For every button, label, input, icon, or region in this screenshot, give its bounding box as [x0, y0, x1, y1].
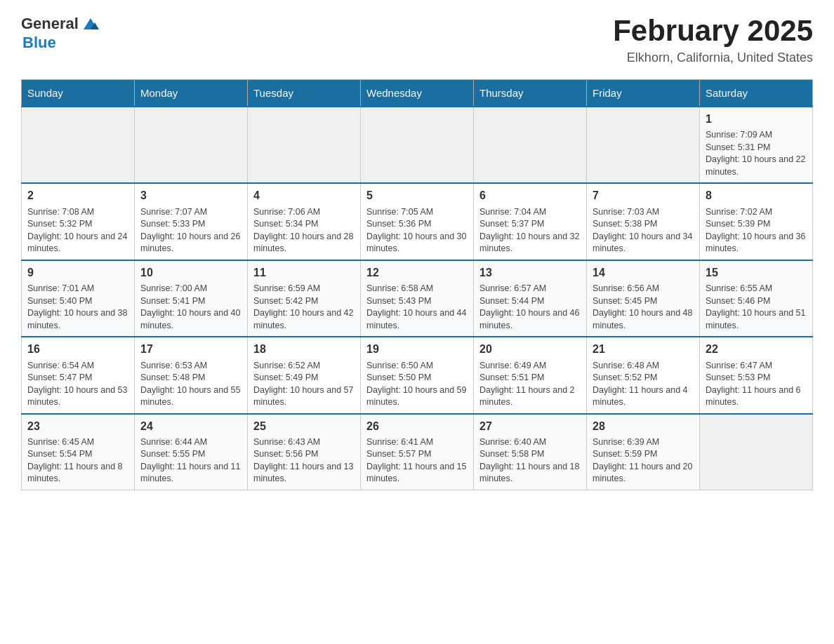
day-info-14: Sunrise: 6:56 AM Sunset: 5:45 PM Dayligh…	[593, 283, 694, 332]
day-info-26: Sunrise: 6:41 AM Sunset: 5:57 PM Dayligh…	[366, 436, 468, 485]
day-number-26: 26	[366, 419, 468, 434]
day-info-15: Sunrise: 6:55 AM Sunset: 5:46 PM Dayligh…	[706, 283, 807, 332]
day-info-4: Sunrise: 7:06 AM Sunset: 5:34 PM Dayligh…	[253, 206, 355, 255]
col-monday: Monday	[135, 80, 248, 107]
day-info-22: Sunrise: 6:47 AM Sunset: 5:53 PM Dayligh…	[706, 360, 807, 409]
week-row-3: 9Sunrise: 7:01 AM Sunset: 5:40 PM Daylig…	[22, 260, 813, 337]
week-row-2: 2Sunrise: 7:08 AM Sunset: 5:32 PM Daylig…	[22, 183, 813, 260]
calendar-cell-w2-d6: 7Sunrise: 7:03 AM Sunset: 5:38 PM Daylig…	[587, 183, 700, 260]
calendar-cell-w3-d2: 10Sunrise: 7:00 AM Sunset: 5:41 PM Dayli…	[135, 260, 248, 337]
day-info-21: Sunrise: 6:48 AM Sunset: 5:52 PM Dayligh…	[593, 360, 694, 409]
calendar-cell-w5-d5: 27Sunrise: 6:40 AM Sunset: 5:58 PM Dayli…	[474, 414, 587, 490]
day-info-17: Sunrise: 6:53 AM Sunset: 5:48 PM Dayligh…	[140, 360, 241, 409]
calendar-cell-w1-d7: 1Sunrise: 7:09 AM Sunset: 5:31 PM Daylig…	[700, 107, 813, 183]
calendar-subtitle: Elkhorn, California, United States	[613, 51, 813, 65]
day-number-16: 16	[27, 342, 128, 357]
day-number-11: 11	[253, 265, 355, 281]
day-info-11: Sunrise: 6:59 AM Sunset: 5:42 PM Dayligh…	[253, 283, 355, 332]
calendar-cell-w1-d6	[587, 107, 700, 183]
day-number-25: 25	[253, 419, 355, 434]
calendar-cell-w2-d5: 6Sunrise: 7:04 AM Sunset: 5:37 PM Daylig…	[474, 183, 587, 260]
day-info-20: Sunrise: 6:49 AM Sunset: 5:51 PM Dayligh…	[479, 360, 581, 409]
calendar-cell-w2-d4: 5Sunrise: 7:05 AM Sunset: 5:36 PM Daylig…	[361, 183, 474, 260]
calendar-cell-w5-d7	[700, 414, 813, 490]
calendar-cell-w4-d1: 16Sunrise: 6:54 AM Sunset: 5:47 PM Dayli…	[22, 337, 135, 413]
calendar-cell-w1-d2	[135, 107, 248, 183]
calendar-cell-w1-d4	[361, 107, 474, 183]
day-number-9: 9	[27, 265, 128, 281]
calendar-cell-w5-d6: 28Sunrise: 6:39 AM Sunset: 5:59 PM Dayli…	[587, 414, 700, 490]
day-info-23: Sunrise: 6:45 AM Sunset: 5:54 PM Dayligh…	[27, 436, 128, 485]
day-info-1: Sunrise: 7:09 AM Sunset: 5:31 PM Dayligh…	[706, 129, 807, 178]
calendar-cell-w5-d2: 24Sunrise: 6:44 AM Sunset: 5:55 PM Dayli…	[135, 414, 248, 490]
calendar-cell-w2-d3: 4Sunrise: 7:06 AM Sunset: 5:34 PM Daylig…	[248, 183, 361, 260]
day-info-28: Sunrise: 6:39 AM Sunset: 5:59 PM Dayligh…	[593, 436, 694, 485]
calendar-cell-w4-d2: 17Sunrise: 6:53 AM Sunset: 5:48 PM Dayli…	[135, 337, 248, 413]
day-number-15: 15	[706, 265, 807, 281]
logo: General Blue	[21, 14, 100, 52]
calendar-cell-w3-d1: 9Sunrise: 7:01 AM Sunset: 5:40 PM Daylig…	[22, 260, 135, 337]
calendar-cell-w1-d3	[248, 107, 361, 183]
day-number-22: 22	[706, 342, 807, 357]
day-number-28: 28	[593, 419, 694, 434]
calendar-header-row: Sunday Monday Tuesday Wednesday Thursday…	[22, 80, 813, 107]
day-info-6: Sunrise: 7:04 AM Sunset: 5:37 PM Dayligh…	[479, 206, 581, 255]
col-wednesday: Wednesday	[361, 80, 474, 107]
page-header: General Blue February 2025 Elkhorn, Cali…	[21, 14, 813, 65]
day-number-27: 27	[479, 419, 581, 434]
calendar-cell-w1-d1	[22, 107, 135, 183]
day-info-10: Sunrise: 7:00 AM Sunset: 5:41 PM Dayligh…	[140, 283, 241, 332]
day-info-27: Sunrise: 6:40 AM Sunset: 5:58 PM Dayligh…	[479, 436, 581, 485]
day-number-23: 23	[27, 419, 128, 434]
day-info-13: Sunrise: 6:57 AM Sunset: 5:44 PM Dayligh…	[479, 283, 581, 332]
day-info-18: Sunrise: 6:52 AM Sunset: 5:49 PM Dayligh…	[253, 360, 355, 409]
calendar-cell-w4-d7: 22Sunrise: 6:47 AM Sunset: 5:53 PM Dayli…	[700, 337, 813, 413]
calendar-cell-w3-d4: 12Sunrise: 6:58 AM Sunset: 5:43 PM Dayli…	[361, 260, 474, 337]
calendar-title: February 2025	[613, 14, 813, 48]
logo-general-text: General	[21, 15, 79, 33]
day-number-18: 18	[253, 342, 355, 357]
calendar-cell-w3-d5: 13Sunrise: 6:57 AM Sunset: 5:44 PM Dayli…	[474, 260, 587, 337]
day-number-8: 8	[706, 188, 807, 203]
day-number-13: 13	[479, 265, 581, 281]
calendar-cell-w4-d6: 21Sunrise: 6:48 AM Sunset: 5:52 PM Dayli…	[587, 337, 700, 413]
day-info-25: Sunrise: 6:43 AM Sunset: 5:56 PM Dayligh…	[253, 436, 355, 485]
calendar-cell-w4-d3: 18Sunrise: 6:52 AM Sunset: 5:49 PM Dayli…	[248, 337, 361, 413]
day-info-16: Sunrise: 6:54 AM Sunset: 5:47 PM Dayligh…	[27, 360, 128, 409]
calendar-cell-w5-d3: 25Sunrise: 6:43 AM Sunset: 5:56 PM Dayli…	[248, 414, 361, 490]
day-number-12: 12	[366, 265, 468, 281]
day-info-12: Sunrise: 6:58 AM Sunset: 5:43 PM Dayligh…	[366, 283, 468, 332]
day-number-24: 24	[140, 419, 241, 434]
calendar-cell-w2-d1: 2Sunrise: 7:08 AM Sunset: 5:32 PM Daylig…	[22, 183, 135, 260]
day-info-2: Sunrise: 7:08 AM Sunset: 5:32 PM Dayligh…	[27, 206, 128, 255]
calendar-cell-w3-d7: 15Sunrise: 6:55 AM Sunset: 5:46 PM Dayli…	[700, 260, 813, 337]
day-number-10: 10	[140, 265, 241, 281]
week-row-1: 1Sunrise: 7:09 AM Sunset: 5:31 PM Daylig…	[22, 107, 813, 183]
col-thursday: Thursday	[474, 80, 587, 107]
week-row-4: 16Sunrise: 6:54 AM Sunset: 5:47 PM Dayli…	[22, 337, 813, 413]
day-info-24: Sunrise: 6:44 AM Sunset: 5:55 PM Dayligh…	[140, 436, 241, 485]
col-friday: Friday	[587, 80, 700, 107]
day-number-2: 2	[27, 188, 128, 203]
day-number-7: 7	[593, 188, 694, 203]
col-saturday: Saturday	[700, 80, 813, 107]
day-info-19: Sunrise: 6:50 AM Sunset: 5:50 PM Dayligh…	[366, 360, 468, 409]
calendar-cell-w2-d7: 8Sunrise: 7:02 AM Sunset: 5:39 PM Daylig…	[700, 183, 813, 260]
calendar-cell-w3-d6: 14Sunrise: 6:56 AM Sunset: 5:45 PM Dayli…	[587, 260, 700, 337]
day-number-14: 14	[593, 265, 694, 281]
week-row-5: 23Sunrise: 6:45 AM Sunset: 5:54 PM Dayli…	[22, 414, 813, 490]
day-number-5: 5	[366, 188, 468, 203]
calendar-cell-w2-d2: 3Sunrise: 7:07 AM Sunset: 5:33 PM Daylig…	[135, 183, 248, 260]
col-tuesday: Tuesday	[248, 80, 361, 107]
logo-icon	[81, 14, 100, 34]
calendar-table: Sunday Monday Tuesday Wednesday Thursday…	[21, 79, 813, 490]
calendar-cell-w3-d3: 11Sunrise: 6:59 AM Sunset: 5:42 PM Dayli…	[248, 260, 361, 337]
col-sunday: Sunday	[22, 80, 135, 107]
logo-blue-text: Blue	[22, 34, 100, 52]
day-info-3: Sunrise: 7:07 AM Sunset: 5:33 PM Dayligh…	[140, 206, 241, 255]
calendar-cell-w1-d5	[474, 107, 587, 183]
title-block: February 2025 Elkhorn, California, Unite…	[613, 14, 813, 65]
day-number-6: 6	[479, 188, 581, 203]
day-number-21: 21	[593, 342, 694, 357]
day-number-3: 3	[140, 188, 241, 203]
